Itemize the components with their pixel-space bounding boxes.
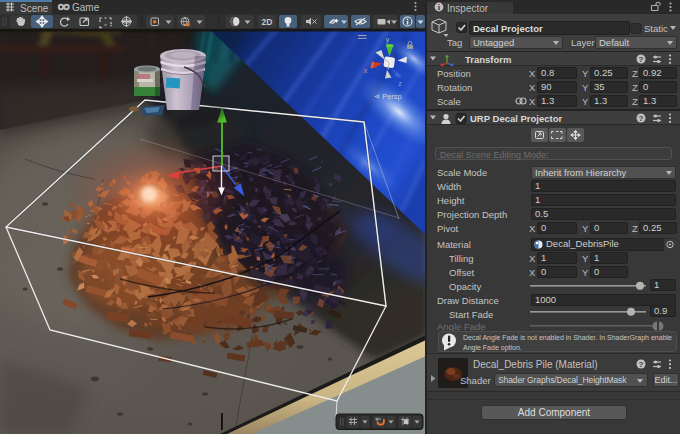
svg-text:z: z — [398, 80, 402, 87]
svg-text:?: ? — [639, 55, 644, 64]
svg-text:2D: 2D — [262, 17, 273, 27]
svg-text:?: ? — [639, 114, 644, 123]
svg-text:x: x — [364, 67, 368, 74]
svg-text:y: y — [386, 36, 390, 44]
svg-text:⋖ Persp: ⋖ Persp — [374, 92, 402, 101]
svg-text:?: ? — [639, 360, 644, 369]
